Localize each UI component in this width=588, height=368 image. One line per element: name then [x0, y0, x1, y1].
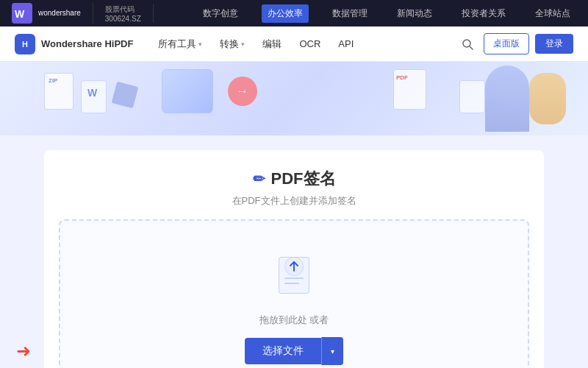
top-nav-links: 数字创意 办公效率 数据管理 新闻动态 投资者关系 全球站点 — [171, 4, 576, 23]
upload-icon-container — [265, 243, 323, 302]
search-button[interactable] — [457, 34, 478, 54]
top-nav-news[interactable]: 新闻动态 — [391, 4, 438, 23]
brand-name: Wondershare HiPDF — [41, 38, 133, 49]
arrow-pointer-icon: ➜ — [16, 341, 31, 361]
all-tools-arrow-icon: ▾ — [198, 40, 202, 48]
logo-area: W wondershare — [12, 3, 93, 24]
banner-arrow-element: → — [228, 77, 257, 106]
nav-convert[interactable]: 转换 ▾ — [212, 33, 252, 55]
upload-hint-text: 拖放到此处 或者 — [75, 314, 513, 327]
nav-edit[interactable]: 编辑 — [255, 33, 289, 55]
page-title-text: PDF签名 — [271, 168, 336, 190]
banner-decorations: → — [0, 62, 588, 135]
content-card: ✏ PDF签名 在PDF文件上创建并添加签名 — [44, 150, 544, 368]
banner-area: → — [0, 62, 588, 135]
login-button[interactable]: 登录 — [535, 34, 573, 54]
secondary-navigation: H Wondershare HiPDF 所有工具 ▾ 转换 ▾ 编辑 OCR A… — [0, 26, 588, 62]
banner-zip-doc — [44, 73, 74, 110]
nav-ocr[interactable]: OCR — [292, 34, 328, 54]
page-title-section: ✏ PDF签名 在PDF文件上创建并添加签名 — [59, 168, 529, 208]
top-nav-global[interactable]: 全球站点 — [529, 4, 576, 23]
upload-area[interactable]: 拖放到此处 或者 ➜ 选择文件 ▾ — [59, 219, 529, 368]
nav-api[interactable]: API — [331, 34, 361, 54]
select-file-button[interactable]: 选择文件 — [245, 338, 321, 364]
banner-image-doc — [162, 69, 213, 113]
banner-word-doc — [81, 80, 107, 113]
select-file-dropdown-button[interactable]: ▾ — [321, 337, 343, 365]
second-nav-links: 所有工具 ▾ 转换 ▾ 编辑 OCR API 桌面版 登录 — [151, 33, 573, 55]
wondershare-logo-icon: W — [12, 3, 32, 24]
main-content-area: ✏ PDF签名 在PDF文件上创建并添加签名 — [0, 135, 588, 368]
banner-cat — [529, 73, 566, 124]
nav-all-tools[interactable]: 所有工具 ▾ — [151, 33, 209, 55]
banner-pdf-doc — [393, 69, 426, 110]
svg-text:W: W — [15, 8, 25, 20]
hipdf-icon: H — [15, 34, 35, 54]
button-row: ➜ 选择文件 ▾ — [75, 337, 513, 365]
banner-doc3 — [459, 80, 485, 113]
page-subtitle: 在PDF文件上创建并添加签名 — [59, 194, 529, 208]
top-nav-investor[interactable]: 投资者关系 — [456, 4, 512, 23]
logo-text: wondershare — [38, 9, 81, 18]
upload-illustration-icon — [265, 243, 323, 302]
top-nav-digital[interactable]: 数字创意 — [197, 4, 244, 23]
brand-logo: H Wondershare HiPDF — [15, 34, 133, 54]
nav-search-area: 桌面版 登录 — [457, 33, 573, 54]
banner-shape1 — [112, 82, 139, 109]
top-navigation: W wondershare 股票代码 300624.SZ 数字创意 办公效率 数… — [0, 0, 588, 26]
search-icon — [462, 38, 473, 50]
desktop-version-button[interactable]: 桌面版 — [484, 33, 529, 54]
convert-arrow-icon: ▾ — [241, 40, 245, 48]
title-icon: ✏ — [253, 170, 265, 188]
stock-info: 股票代码 300624.SZ — [105, 4, 154, 23]
top-nav-data[interactable]: 数据管理 — [326, 4, 373, 23]
dropdown-chevron-icon: ▾ — [331, 347, 334, 355]
svg-line-3 — [470, 46, 473, 49]
banner-person — [485, 66, 529, 132]
top-nav-office[interactable]: 办公效率 — [262, 4, 309, 23]
page-title: ✏ PDF签名 — [59, 168, 529, 190]
